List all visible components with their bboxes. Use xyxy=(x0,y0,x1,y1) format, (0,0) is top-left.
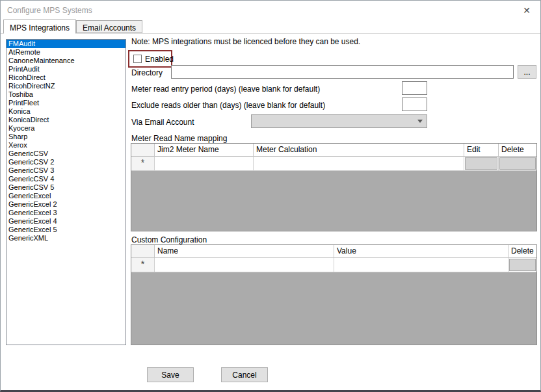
custom-grid-col-delete[interactable]: Delete xyxy=(508,245,537,258)
list-item-printaudit[interactable]: PrintAudit xyxy=(7,65,125,73)
meter-grid-cell-delete xyxy=(499,157,537,171)
custom-grid-cell-delete xyxy=(508,258,537,272)
list-item-genericexcel-5[interactable]: GenericExcel 5 xyxy=(7,226,125,234)
via-email-combobox[interactable] xyxy=(251,114,427,128)
list-item-genericexcel-2[interactable]: GenericExcel 2 xyxy=(7,200,125,209)
meter-read-mapping-grid: Jim2 Meter Name Meter Calculation Edit D… xyxy=(131,143,537,231)
meter-grid-cell-jim2-meter-name[interactable] xyxy=(155,157,254,171)
tab-strip: MPS Integrations Email Accounts xyxy=(3,20,142,33)
list-item-printfleet[interactable]: PrintFleet xyxy=(7,99,125,107)
enabled-label: Enabled xyxy=(145,55,174,64)
meter-grid-cell-meter-calculation[interactable] xyxy=(254,157,464,171)
list-item-genericexcel[interactable]: GenericExcel xyxy=(7,192,125,200)
list-item-konicadirect[interactable]: KonicaDirect xyxy=(7,116,125,124)
tab-mps-integrations[interactable]: MPS Integrations xyxy=(3,20,76,34)
list-item-canonemaintenance[interactable]: CanoneMaintenance xyxy=(7,57,125,65)
enabled-checkbox[interactable] xyxy=(133,55,142,63)
custom-grid-col-name[interactable]: Name xyxy=(155,245,334,258)
save-button[interactable]: Save xyxy=(147,367,194,382)
window-title: Configure MPS Systems xyxy=(7,6,520,15)
browse-button[interactable]: ... xyxy=(518,65,536,79)
exclude-reads-label: Exclude reads older than (days) (leave b… xyxy=(131,101,325,110)
list-item-genericcsv[interactable]: GenericCSV xyxy=(7,150,125,158)
meter-grid-col-meter-calculation[interactable]: Meter Calculation xyxy=(254,144,464,157)
via-email-label: Via Email Account xyxy=(131,118,194,127)
list-item-toshiba[interactable]: Toshiba xyxy=(7,90,125,99)
meter-grid-col-edit[interactable]: Edit xyxy=(464,144,499,157)
chevron-down-icon xyxy=(417,120,423,123)
meter-grid-cell-edit xyxy=(464,157,499,171)
list-item-genericcsv-5[interactable]: GenericCSV 5 xyxy=(7,183,125,192)
list-item-konica[interactable]: Konica xyxy=(7,107,125,116)
custom-grid-empty-area xyxy=(131,272,536,345)
close-icon[interactable]: ✕ xyxy=(520,5,534,16)
custom-grid-cell-value[interactable] xyxy=(334,258,508,272)
tab-email-accounts[interactable]: Email Accounts xyxy=(76,20,142,33)
list-item-genericcsv-4[interactable]: GenericCSV 4 xyxy=(7,175,125,183)
cancel-button[interactable]: Cancel xyxy=(221,367,268,382)
list-item-fmaudit[interactable]: FMAudit xyxy=(7,40,125,48)
delete-cell-button[interactable] xyxy=(509,259,536,271)
list-item-genericexcel-3[interactable]: GenericExcel 3 xyxy=(7,209,125,217)
new-row-marker: * xyxy=(131,258,155,272)
meter-grid-title: Meter Read Name mapping xyxy=(131,134,227,143)
meter-grid-empty-area xyxy=(131,171,536,231)
meter-read-period-input[interactable] xyxy=(402,81,427,95)
meter-grid-new-row[interactable]: * xyxy=(131,157,536,171)
meter-grid-header: Jim2 Meter Name Meter Calculation Edit D… xyxy=(131,144,536,157)
list-item-genericexcel-4[interactable]: GenericExcel 4 xyxy=(7,217,125,226)
custom-config-title: Custom Configuration xyxy=(131,235,207,244)
enabled-highlight-box: Enabled xyxy=(128,50,172,68)
meter-read-period-label: Meter read entry period (days) (leave bl… xyxy=(131,85,320,94)
list-item-genericcsv-2[interactable]: GenericCSV 2 xyxy=(7,158,125,166)
list-item-xerox[interactable]: Xerox xyxy=(7,141,125,150)
new-row-marker: * xyxy=(131,157,155,171)
note-text: Note: MPS integrations must be licenced … xyxy=(131,37,360,46)
list-item-kyocera[interactable]: Kyocera xyxy=(7,124,125,133)
edit-cell-button[interactable] xyxy=(465,157,497,170)
directory-input[interactable] xyxy=(171,65,514,79)
custom-grid-col-value[interactable]: Value xyxy=(334,245,508,258)
custom-configuration-grid: Name Value Delete * xyxy=(131,244,537,345)
custom-grid-corner-cell xyxy=(131,245,155,258)
list-item-genericcsv-3[interactable]: GenericCSV 3 xyxy=(7,166,125,175)
custom-grid-header: Name Value Delete xyxy=(131,245,536,258)
custom-grid-cell-name[interactable] xyxy=(155,258,334,272)
meter-grid-col-jim2-meter-name[interactable]: Jim2 Meter Name xyxy=(155,144,254,157)
titlebar: Configure MPS Systems ✕ xyxy=(1,1,540,20)
list-item-genericxml[interactable]: GenericXML xyxy=(7,234,125,242)
custom-grid-new-row[interactable]: * xyxy=(131,258,536,272)
systems-listbox[interactable]: FMAuditAtRemoteCanoneMaintenancePrintAud… xyxy=(6,39,126,345)
delete-cell-button[interactable] xyxy=(499,157,536,170)
list-item-atremote[interactable]: AtRemote xyxy=(7,48,125,57)
meter-grid-corner-cell xyxy=(131,144,155,157)
meter-grid-col-delete[interactable]: Delete xyxy=(499,144,537,157)
list-item-ricohdirectnz[interactable]: RicohDirectNZ xyxy=(7,82,125,90)
directory-label: Directory xyxy=(131,68,163,77)
dialog-configure-mps-systems: Configure MPS Systems ✕ MPS Integrations… xyxy=(0,0,541,392)
list-item-sharp[interactable]: Sharp xyxy=(7,133,125,141)
exclude-reads-input[interactable] xyxy=(402,98,427,111)
tab-page-border xyxy=(1,33,541,34)
list-item-ricohdirect[interactable]: RicohDirect xyxy=(7,73,125,82)
